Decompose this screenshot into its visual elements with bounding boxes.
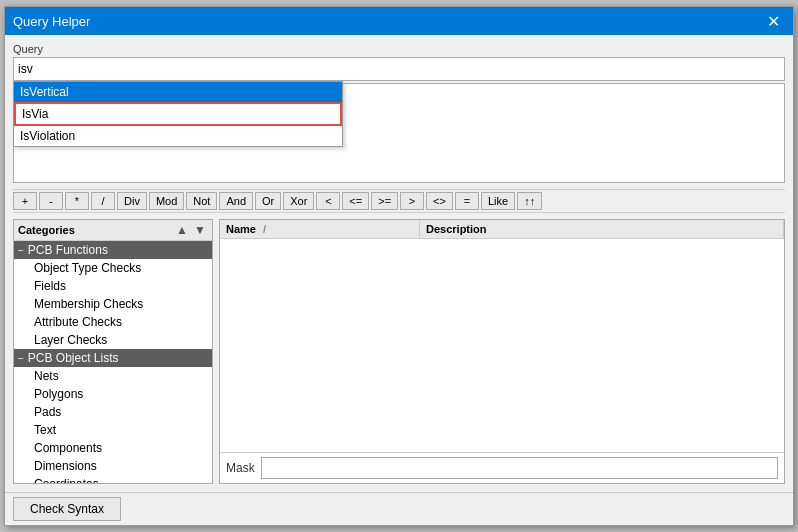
expand-icon-pcb-object-lists: − [18, 353, 24, 364]
dialog-body: Query IsVertical IsVia IsViolation + - *… [5, 35, 793, 492]
panel-header-icons: ▲ ▼ [174, 222, 208, 238]
tree-item-membership-checks[interactable]: Membership Checks [14, 295, 212, 313]
details-header: Name / Description [220, 220, 784, 239]
op-special[interactable]: ↑↑ [517, 192, 542, 210]
query-input[interactable] [13, 57, 785, 81]
op-lt[interactable]: < [316, 192, 340, 210]
op-minus[interactable]: - [39, 192, 63, 210]
tree-item-layer-checks[interactable]: Layer Checks [14, 331, 212, 349]
bottom-section: Categories ▲ ▼ − PCB Functions Object Ty… [13, 219, 785, 484]
check-syntax-button[interactable]: Check Syntax [13, 497, 121, 521]
tree-item-object-type-checks[interactable]: Object Type Checks [14, 259, 212, 277]
op-or[interactable]: Or [255, 192, 281, 210]
operator-bar: + - * / Div Mod Not And Or Xor < <= >= >… [13, 189, 785, 213]
tree-item-attribute-checks[interactable]: Attribute Checks [14, 313, 212, 331]
expand-icon-pcb-functions: − [18, 245, 24, 256]
op-multiply[interactable]: * [65, 192, 89, 210]
op-divide[interactable]: / [91, 192, 115, 210]
autocomplete-item-0[interactable]: IsVertical [14, 82, 342, 102]
query-label: Query [13, 43, 785, 55]
op-mod[interactable]: Mod [149, 192, 184, 210]
tree-item-pads[interactable]: Pads [14, 403, 212, 421]
autocomplete-dropdown: IsVertical IsVia IsViolation [13, 81, 343, 147]
op-gt[interactable]: > [400, 192, 424, 210]
dialog-title: Query Helper [13, 14, 90, 29]
tree-item-text[interactable]: Text [14, 421, 212, 439]
tree-item-fields[interactable]: Fields [14, 277, 212, 295]
categories-label: Categories [18, 224, 75, 236]
footer-bar: Check Syntax [5, 492, 793, 525]
op-eq[interactable]: = [455, 192, 479, 210]
tree-list: − PCB Functions Object Type Checks Field… [14, 241, 212, 483]
details-desc-col-header: Description [420, 220, 784, 238]
query-input-wrap: IsVertical IsVia IsViolation [13, 57, 785, 81]
tree-item-components[interactable]: Components [14, 439, 212, 457]
op-div[interactable]: Div [117, 192, 147, 210]
pcb-object-lists-label: PCB Object Lists [28, 351, 119, 365]
mask-input[interactable] [261, 457, 778, 479]
op-plus[interactable]: + [13, 192, 37, 210]
op-xor[interactable]: Xor [283, 192, 314, 210]
tree-item-dimensions[interactable]: Dimensions [14, 457, 212, 475]
autocomplete-item-1[interactable]: IsVia [14, 102, 342, 126]
op-and[interactable]: And [219, 192, 253, 210]
tree-item-coordinates[interactable]: Coordinates [14, 475, 212, 483]
query-section: Query IsVertical IsVia IsViolation [13, 43, 785, 183]
query-helper-dialog: Query Helper ✕ Query IsVertical IsVia Is… [4, 6, 794, 526]
op-gte[interactable]: >= [371, 192, 398, 210]
pcb-functions-label: PCB Functions [28, 243, 108, 257]
tree-item-polygons[interactable]: Polygons [14, 385, 212, 403]
op-not[interactable]: Not [186, 192, 217, 210]
op-lte[interactable]: <= [342, 192, 369, 210]
tree-group-pcb-functions[interactable]: − PCB Functions [14, 241, 212, 259]
close-button[interactable]: ✕ [761, 11, 785, 31]
mask-label: Mask [226, 461, 255, 475]
categories-panel-header: Categories ▲ ▼ [14, 220, 212, 241]
tree-group-pcb-object-lists[interactable]: − PCB Object Lists [14, 349, 212, 367]
scroll-down-button[interactable]: ▼ [192, 222, 208, 238]
details-name-col-header: Name / [220, 220, 420, 238]
scroll-up-button[interactable]: ▲ [174, 222, 190, 238]
title-bar: Query Helper ✕ [5, 7, 793, 35]
details-panel: Name / Description Mask [219, 219, 785, 484]
autocomplete-item-2[interactable]: IsViolation [14, 126, 342, 146]
categories-panel: Categories ▲ ▼ − PCB Functions Object Ty… [13, 219, 213, 484]
mask-bar: Mask [220, 452, 784, 483]
op-neq[interactable]: <> [426, 192, 453, 210]
tree-item-nets[interactable]: Nets [14, 367, 212, 385]
op-like[interactable]: Like [481, 192, 515, 210]
details-body [220, 239, 784, 452]
